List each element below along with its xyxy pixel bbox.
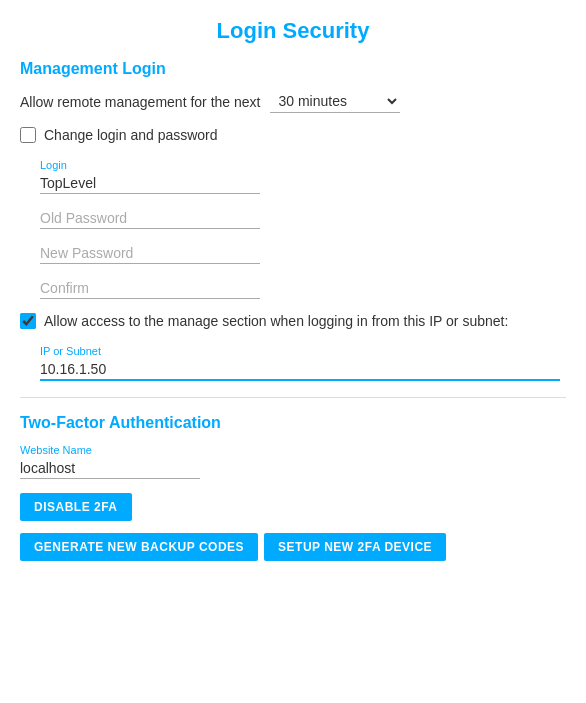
management-header: Management Login <box>20 60 566 78</box>
page-title: Login Security <box>20 18 566 44</box>
disable-2fa-button[interactable]: DISABLE 2FA <box>20 493 132 521</box>
login-label: Login <box>40 159 566 171</box>
setup-2fa-button[interactable]: SETUP NEW 2FA DEVICE <box>264 533 446 561</box>
remote-management-select[interactable]: 30 minutes 1 hour 2 hours 4 hours 8 hour… <box>270 90 400 113</box>
allow-access-checkbox[interactable] <box>20 313 36 329</box>
login-form-fields: Login <box>20 159 566 313</box>
btn-row: GENERATE NEW BACKUP CODES SETUP NEW 2FA … <box>20 533 566 569</box>
change-login-row: Change login and password <box>20 127 566 143</box>
login-input[interactable] <box>40 173 260 194</box>
ip-label: IP or Subnet <box>40 345 566 357</box>
two-factor-section: Two-Factor Authentication Website Name D… <box>20 414 566 569</box>
old-password-field-group <box>40 208 566 229</box>
confirm-input[interactable] <box>40 278 260 299</box>
management-section: Management Login Allow remote management… <box>20 60 566 381</box>
allow-access-label: Allow access to the manage section when … <box>44 313 508 329</box>
old-password-input[interactable] <box>40 208 260 229</box>
remote-management-row: Allow remote management for the next 30 … <box>20 90 566 113</box>
generate-backup-button[interactable]: GENERATE NEW BACKUP CODES <box>20 533 258 561</box>
two-factor-buttons: DISABLE 2FA <box>20 493 566 529</box>
allow-access-row: Allow access to the manage section when … <box>20 313 566 329</box>
new-password-field-group <box>40 243 566 264</box>
ip-input[interactable] <box>40 359 560 381</box>
remote-management-label: Allow remote management for the next <box>20 94 260 110</box>
change-login-checkbox[interactable] <box>20 127 36 143</box>
new-password-input[interactable] <box>40 243 260 264</box>
website-name-label: Website Name <box>20 444 566 456</box>
section-divider <box>20 397 566 398</box>
website-name-input[interactable] <box>20 458 200 479</box>
change-login-label: Change login and password <box>44 127 218 143</box>
confirm-field-group <box>40 278 566 299</box>
ip-subnet-field: IP or Subnet <box>20 345 566 381</box>
login-field-group: Login <box>40 159 566 194</box>
website-name-field: Website Name <box>20 444 566 479</box>
two-factor-header: Two-Factor Authentication <box>20 414 566 432</box>
